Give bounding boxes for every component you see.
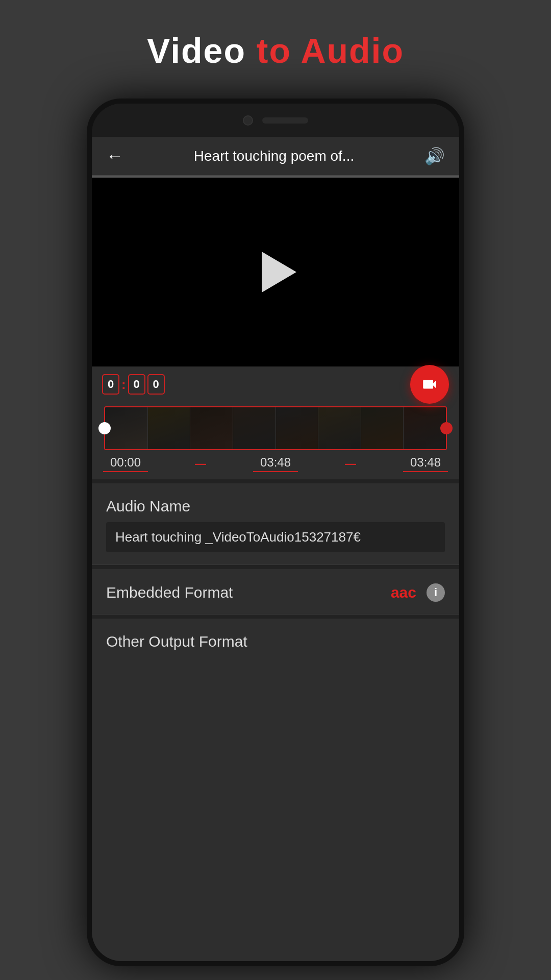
filmstrip-inner bbox=[105, 407, 446, 449]
filmstrip-frame-8 bbox=[404, 407, 446, 449]
embedded-format-label: Embedded Format bbox=[106, 584, 233, 601]
audio-name-field[interactable]: Heart touching _VideoToAudio15327187€ bbox=[106, 522, 445, 552]
title-to: to bbox=[246, 31, 300, 70]
section-divider-1 bbox=[92, 479, 459, 483]
time-end-label: 03:48 bbox=[410, 455, 441, 470]
filmstrip-frame-7 bbox=[361, 407, 404, 449]
phone-speaker bbox=[262, 117, 308, 124]
phone-container: ← Heart touching poem of... 🔊 0 : 0 0 bbox=[87, 99, 464, 966]
filmstrip-frame-2 bbox=[148, 407, 191, 449]
time-end-group: 03:48 bbox=[403, 455, 448, 472]
embedded-format-section: Embedded Format aac i bbox=[92, 569, 459, 615]
filmstrip-frame-6 bbox=[318, 407, 361, 449]
title-audio: Audio bbox=[300, 31, 404, 70]
filmstrip-container bbox=[92, 402, 459, 452]
audio-name-label: Audio Name bbox=[106, 498, 445, 515]
section-divider-2 bbox=[92, 565, 459, 569]
timer-digit-3: 0 bbox=[147, 374, 165, 395]
timer-digit-2: 0 bbox=[128, 374, 145, 395]
time-start-group: 00:00 bbox=[103, 455, 148, 472]
filmstrip-frame-4 bbox=[233, 407, 276, 449]
timer-row: 0 : 0 0 bbox=[92, 366, 459, 402]
phone-top-bar bbox=[92, 104, 459, 137]
audio-name-section: Audio Name Heart touching _VideoToAudio1… bbox=[92, 483, 459, 565]
filmstrip-frame-5 bbox=[276, 407, 319, 449]
page-title: Video to Audio bbox=[147, 31, 404, 70]
time-dash-1: — bbox=[195, 457, 206, 471]
filmstrip-handle-right[interactable] bbox=[440, 422, 453, 434]
time-mid-underline bbox=[253, 471, 298, 472]
camera-record-icon bbox=[421, 376, 438, 393]
app-screen: ← Heart touching poem of... 🔊 0 : 0 0 bbox=[92, 137, 459, 961]
timer-colon-1: : bbox=[121, 377, 126, 393]
time-labels-row: 00:00 — 03:48 — 03:48 bbox=[92, 452, 459, 479]
filmstrip-wrapper bbox=[104, 406, 447, 450]
volume-icon[interactable]: 🔊 bbox=[424, 146, 445, 166]
time-dash-2: — bbox=[345, 457, 356, 471]
embedded-format-value: aac bbox=[391, 584, 416, 601]
play-button-icon[interactable] bbox=[262, 252, 296, 292]
other-output-label: Other Output Format bbox=[106, 633, 247, 650]
video-player[interactable] bbox=[92, 178, 459, 366]
time-start-underline bbox=[103, 471, 148, 472]
time-start-label: 00:00 bbox=[110, 455, 141, 470]
time-mid-label: 03:48 bbox=[260, 455, 291, 470]
screen-title: Heart touching poem of... bbox=[194, 148, 354, 164]
filmstrip-frame-3 bbox=[190, 407, 233, 449]
timer-display: 0 : 0 0 bbox=[102, 374, 165, 395]
top-bar: ← Heart touching poem of... 🔊 bbox=[92, 137, 459, 176]
other-output-section: Other Output Format bbox=[92, 619, 459, 665]
timer-digit-1: 0 bbox=[102, 374, 119, 395]
time-end-underline bbox=[403, 471, 448, 472]
format-right-group: aac i bbox=[391, 583, 445, 602]
front-camera bbox=[243, 115, 253, 126]
filmstrip-handle-left[interactable] bbox=[98, 422, 111, 434]
back-button[interactable]: ← bbox=[106, 146, 123, 166]
section-divider-3 bbox=[92, 615, 459, 619]
filmstrip-frame-1 bbox=[105, 407, 148, 449]
info-button[interactable]: i bbox=[427, 583, 445, 602]
title-video: Video bbox=[147, 31, 246, 70]
time-mid-group: 03:48 bbox=[253, 455, 298, 472]
record-fab-button[interactable] bbox=[410, 365, 449, 404]
